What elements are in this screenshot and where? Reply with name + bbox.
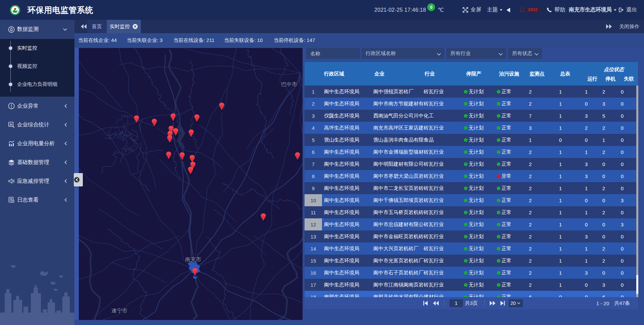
table-row[interactable]: 5营山生态环境局营山县润丰肉食品有限食品无计划正常10010 bbox=[305, 134, 638, 146]
cell-total: 1 bbox=[545, 242, 576, 255]
col-header-stop[interactable]: 停机 bbox=[602, 74, 619, 84]
table-row[interactable]: 4高坪生态环境局南充市高坪区王家店建砖瓦行业无计划正常31220 bbox=[305, 122, 638, 134]
help-button[interactable]: 帮助 bbox=[547, 0, 565, 20]
tab-realtime-monitoring[interactable]: 实时监控 bbox=[107, 20, 141, 33]
map-panel[interactable]: 巴中市南充市遂宁市 bbox=[79, 48, 303, 320]
tab-close-icon[interactable] bbox=[132, 24, 138, 29]
sidebar-subitem[interactable]: 视频监控 bbox=[0, 57, 74, 75]
page-number-input[interactable]: 1 bbox=[449, 299, 463, 307]
pager-divider bbox=[484, 300, 485, 306]
organization-dropdown[interactable]: 南充市生态环境局 bbox=[569, 0, 617, 20]
col-header-lost[interactable]: 失联 bbox=[619, 74, 638, 84]
table-row[interactable]: 11阆中生态环境局阆中市五马桥页岩机砖砖瓦行业无计划正常21120 bbox=[305, 206, 638, 218]
cell-monitor: 2 bbox=[515, 146, 545, 158]
table-row[interactable]: 16阆中生态环境局阆中市石子页岩机砖厂砖瓦行业无计划正常21300 bbox=[305, 267, 638, 279]
table-row[interactable]: 13阆中生态环境局阆中市金福旺页岩机砖砖瓦行业无计划正常21300 bbox=[305, 230, 638, 242]
map-pin-icon[interactable] bbox=[166, 135, 173, 144]
logout-button[interactable]: 退出 bbox=[619, 0, 637, 20]
table-row[interactable]: 8阆中生态环境局阆中市枣碧大梁山页岩砖瓦行业无计划异常21300 bbox=[305, 170, 638, 182]
logout-label: 退出 bbox=[626, 6, 637, 13]
cell-monitor: 2 bbox=[515, 194, 545, 206]
sidebar-item-data-monitoring[interactable]: 数据监测 bbox=[0, 20, 74, 39]
table-row[interactable]: 6阆中生态环境局阆中市金博瑞新型墙材砖瓦行业无计划正常21120 bbox=[305, 146, 638, 158]
fullscreen-button[interactable]: 全屏 bbox=[463, 0, 481, 20]
map-pin-icon[interactable] bbox=[218, 102, 225, 111]
map-pin-icon[interactable] bbox=[294, 152, 301, 161]
stat-item: 当前在线企业: 44 bbox=[78, 37, 117, 44]
notifications-button[interactable] bbox=[520, 0, 525, 20]
sidebar-item[interactable]: 企业用电量分析 bbox=[0, 134, 74, 153]
table-row[interactable]: 2阆中生态环境局阆中市南方节能建材有砖瓦行业无计划正常21030 bbox=[305, 98, 638, 110]
map-pin-icon[interactable] bbox=[151, 118, 158, 127]
col-header-monitor[interactable]: 监测点 bbox=[522, 62, 552, 86]
map-pin-icon[interactable] bbox=[165, 151, 172, 160]
previous-page-button[interactable] bbox=[433, 297, 439, 309]
sidebar-item[interactable]: 日志查看 bbox=[0, 191, 74, 209]
cell-run: 1 bbox=[577, 242, 596, 255]
map-pin-icon[interactable] bbox=[188, 129, 195, 138]
theme-button[interactable]: 主题 bbox=[487, 0, 503, 20]
table-row[interactable]: 14阆中生态环境局阆中大兴页岩机砖厂砖瓦行业无计划正常21120 bbox=[305, 242, 638, 255]
first-page-button[interactable] bbox=[423, 297, 428, 309]
table-row[interactable]: 1阆中生态环境局阆中强锐页岩砖厂砖瓦行业无计划正常21120 bbox=[305, 86, 638, 98]
speaker-icon bbox=[506, 8, 511, 12]
name-filter-input[interactable] bbox=[306, 48, 360, 59]
table-row[interactable]: 12阆中生态环境局阆中市忠信建材有限公砖瓦行业无计划正常21003 bbox=[305, 218, 638, 230]
map-pin-icon[interactable] bbox=[179, 152, 185, 161]
right-panel: 行政区域名称 所有行业 所有状态 行政区域 企业 行业 停限产 治污设施 监测点… bbox=[303, 48, 644, 325]
industry-filter-select[interactable]: 所有行业 bbox=[446, 48, 506, 59]
table-row[interactable]: 15阆中生态环境局阆中市光富页岩机砖厂砖瓦行业无计划正常21120 bbox=[305, 255, 638, 267]
table-row[interactable]: 17阆中生态环境局阆中市江南镇阆南页岩砖瓦行业无计划正常21030 bbox=[305, 279, 638, 291]
map-pin-icon[interactable] bbox=[187, 166, 194, 175]
sidebar-item[interactable]: 应急减排管理 bbox=[0, 172, 74, 191]
table-body: 1阆中生态环境局阆中强锐页岩砖厂砖瓦行业无计划正常211202阆中生态环境局阆中… bbox=[305, 86, 638, 298]
col-header-industry[interactable]: 行业 bbox=[425, 62, 435, 86]
cell-run: 3 bbox=[577, 170, 596, 182]
drop-circle-icon bbox=[8, 26, 15, 33]
cell-monitor: 2 bbox=[515, 206, 545, 218]
table-scrollbar-track[interactable] bbox=[636, 86, 638, 297]
tab-home[interactable]: 首页 bbox=[87, 20, 106, 33]
cell-industry: 砖瓦行业 bbox=[424, 122, 466, 134]
sidebar-item[interactable]: 基础数据管理 bbox=[0, 153, 74, 172]
sidebar-item[interactable]: 企业异常 bbox=[0, 97, 74, 115]
table-row[interactable]: 18南部生态环境局南部县砖华水泥有限公建材行业无计划正常60060 bbox=[305, 291, 638, 298]
sidebar-collapse-handle[interactable] bbox=[74, 173, 83, 186]
table-row[interactable]: 9阆中生态环境局阆中市二龙长宝页岩砖砖瓦行业无计划正常21120 bbox=[305, 182, 638, 194]
map-pin-icon[interactable] bbox=[172, 128, 179, 137]
sidebar-subitem[interactable]: 实时监控 bbox=[0, 39, 74, 57]
map-pin-icon[interactable] bbox=[194, 114, 200, 123]
col-header-total[interactable]: 总表 bbox=[550, 62, 580, 86]
col-header-company[interactable]: 企业 bbox=[374, 62, 384, 86]
region-filter-select[interactable]: 行政区域名称 bbox=[362, 48, 444, 59]
map-pin-icon[interactable] bbox=[133, 115, 140, 124]
name-input[interactable] bbox=[310, 51, 356, 56]
sidebar-subitem[interactable]: 企业电力负荷明细 bbox=[0, 75, 74, 93]
chevron-left-icon bbox=[64, 160, 67, 164]
notification-count-badge[interactable]: 2632 bbox=[525, 7, 541, 12]
chevron-down-icon bbox=[437, 51, 441, 55]
cell-row-number: 9 bbox=[305, 182, 322, 194]
col-header-curtail[interactable]: 停限产 bbox=[466, 62, 481, 86]
col-header-region[interactable]: 行政区域 bbox=[324, 62, 344, 86]
sidebar-item[interactable]: 企业综合统计 bbox=[0, 115, 74, 134]
cell-curtail: 无计划 bbox=[464, 218, 497, 230]
table-scrollbar-thumb[interactable] bbox=[636, 275, 638, 294]
status-dot-icon bbox=[464, 259, 468, 263]
close-operations-button[interactable]: 关闭操作 bbox=[606, 20, 639, 33]
map-pin-icon[interactable] bbox=[260, 213, 267, 222]
page-size-select[interactable]: 20 bbox=[509, 299, 523, 307]
table-row[interactable]: 7阆中生态环境局阆中明阳建材有限公司砖瓦行业无计划正常21300 bbox=[305, 158, 638, 170]
col-header-facility[interactable]: 治污设施 bbox=[499, 62, 519, 86]
col-header-run[interactable]: 运行 bbox=[583, 74, 602, 84]
status-filter-select[interactable]: 所有状态 bbox=[508, 48, 542, 59]
last-page-button[interactable] bbox=[500, 297, 505, 309]
map-pin-icon[interactable] bbox=[170, 113, 176, 122]
map-pin-icon[interactable] bbox=[192, 268, 198, 277]
sound-button[interactable] bbox=[506, 0, 511, 20]
table-row[interactable]: 3仪陇生态环境局西南油气田分公司川中化工无计划正常71350 bbox=[305, 110, 638, 122]
cell-company: 阆中市二龙长宝页岩砖 bbox=[373, 182, 424, 194]
table-row[interactable]: 10阆中生态环境局阆中千佛镇五郎垭页岩砖瓦行业无计划正常21003 bbox=[305, 194, 638, 206]
status-dot-icon bbox=[464, 211, 468, 214]
next-page-button[interactable] bbox=[489, 297, 495, 309]
